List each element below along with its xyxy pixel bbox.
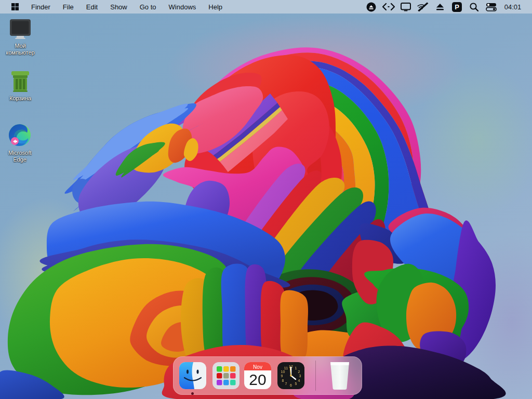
svg-text:5: 5 [295,382,297,385]
svg-text:Nov: Nov [253,364,262,370]
svg-text:11: 11 [284,366,288,370]
svg-text:10: 10 [281,370,285,374]
svg-text:9: 9 [281,374,283,378]
svg-text:3: 3 [299,374,301,378]
svg-text:7: 7 [285,382,287,385]
svg-text:6: 6 [290,383,292,387]
svg-text:4: 4 [298,379,300,382]
svg-text:20: 20 [249,371,266,388]
svg-text:1: 1 [295,366,297,370]
svg-text:8: 8 [282,379,284,382]
svg-text:2: 2 [298,370,300,374]
svg-text:P: P [455,3,459,11]
